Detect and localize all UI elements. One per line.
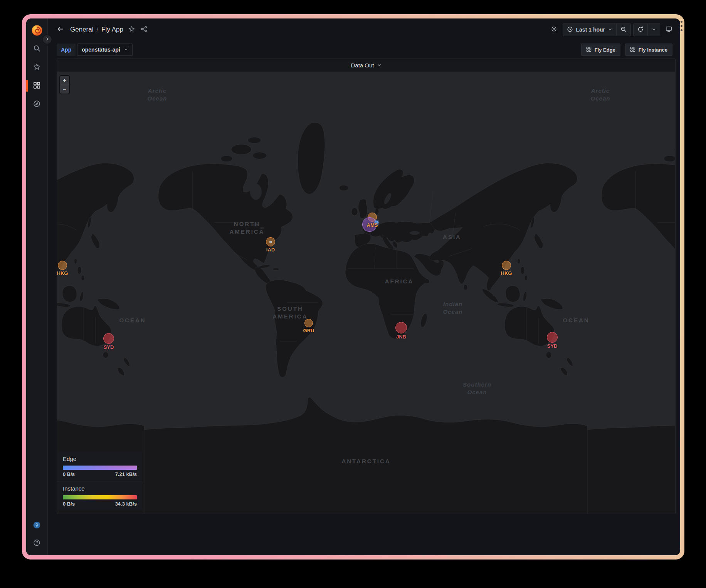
- chevron-down-icon: [377, 62, 382, 69]
- monitor-icon: [666, 26, 672, 34]
- arrow-left-icon: [57, 26, 64, 34]
- chevron-right-icon: [45, 37, 50, 42]
- breadcrumb: General / Fly App: [70, 26, 123, 34]
- refresh-group: [633, 23, 660, 36]
- gear-icon: [551, 26, 557, 34]
- panel-title: Data Out: [351, 62, 374, 69]
- share-icon: [141, 26, 147, 34]
- star-icon: [128, 26, 135, 34]
- link-fly-edge[interactable]: Fly Edge: [581, 44, 620, 56]
- user-avatar[interactable]: [30, 519, 44, 532]
- breadcrumb-page: Fly App: [101, 26, 123, 34]
- link-fly-instance[interactable]: Fly Instance: [625, 44, 672, 56]
- instance-marker-syd[interactable]: [547, 332, 558, 343]
- sidebar-item-starred[interactable]: [30, 61, 44, 74]
- help-icon: [33, 539, 40, 548]
- back-button[interactable]: [54, 23, 66, 36]
- variable-value-dropdown[interactable]: openstatus-api: [77, 44, 133, 56]
- frame-dot: [681, 29, 682, 31]
- time-zoom-out-button[interactable]: [616, 24, 630, 36]
- instance-marker-syd[interactable]: [103, 333, 114, 344]
- edge-marker-hkg[interactable]: [58, 261, 67, 270]
- time-range-label: Last 1 hour: [576, 27, 605, 33]
- star-dashboard-button[interactable]: [126, 23, 138, 36]
- dashboard-settings-button[interactable]: [548, 23, 560, 36]
- kiosk-mode-button[interactable]: [662, 23, 675, 36]
- compass-icon: [33, 100, 40, 109]
- sidebar-item-search[interactable]: [30, 42, 44, 55]
- star-icon: [33, 63, 40, 72]
- dashboard-links: Fly Edge Fly Instance: [581, 44, 672, 56]
- legend-max: 34.3 kB/s: [115, 501, 137, 507]
- apps-grid-icon: [630, 47, 635, 53]
- variable-label[interactable]: App: [57, 44, 76, 56]
- frame-dot: [681, 25, 682, 27]
- legend-title: Edge: [63, 456, 137, 462]
- sidebar-item-help[interactable]: [30, 537, 44, 550]
- sidebar-expand-button[interactable]: [42, 35, 52, 44]
- frame-dot: [681, 21, 682, 23]
- link-label: Fly Edge: [595, 47, 615, 53]
- variable-value: openstatus-api: [82, 47, 120, 53]
- sidebar: [26, 18, 48, 555]
- instance-marker[interactable]: [362, 217, 377, 232]
- breadcrumb-separator: /: [96, 26, 98, 34]
- edge-marker-hkg[interactable]: [502, 261, 511, 270]
- map-zoom-controls: + −: [59, 75, 70, 94]
- instance-dot: [269, 241, 272, 243]
- legend-gradient-bar: [63, 466, 137, 470]
- share-dashboard-button[interactable]: [138, 23, 150, 36]
- window-frame: General / Fly App: [22, 14, 684, 560]
- legend-gradient-bar: [63, 495, 137, 499]
- legend-divider: [57, 481, 142, 481]
- world-map-svg: [57, 72, 675, 514]
- world-map[interactable]: Arctic OceanArctic OceanNORTH AMERICAASI…: [57, 72, 675, 514]
- chevron-down-icon: [652, 27, 656, 33]
- dashboards-grid-icon: [33, 82, 40, 90]
- map-legend: Edge 0 B/s 7.21 kB/s Instance: [57, 452, 142, 510]
- breadcrumb-section[interactable]: General: [70, 26, 93, 34]
- panel-header[interactable]: Data Out: [57, 59, 675, 72]
- instance-marker-jnb[interactable]: [395, 322, 407, 333]
- time-range-group: Last 1 hour: [563, 23, 631, 36]
- chevron-down-icon: [608, 27, 612, 33]
- search-icon: [33, 45, 40, 53]
- link-label: Fly Instance: [639, 47, 667, 53]
- zoom-out-icon: [620, 26, 627, 34]
- map-zoom-out-button[interactable]: −: [60, 85, 69, 94]
- clock-icon: [567, 26, 573, 34]
- topbar-actions: Last 1 hour: [548, 23, 675, 36]
- legend-min: 0 B/s: [63, 471, 75, 477]
- instance-marker[interactable]: [375, 221, 378, 224]
- legend-title: Instance: [63, 485, 137, 492]
- top-navigation: General / Fly App: [48, 18, 680, 41]
- sidebar-item-explore[interactable]: [30, 98, 44, 111]
- edge-marker-iad[interactable]: [266, 237, 275, 246]
- refresh-interval-dropdown[interactable]: [647, 24, 660, 36]
- apps-grid-icon: [586, 47, 592, 53]
- legend-section-edge: Edge 0 B/s 7.21 kB/s: [63, 456, 137, 477]
- edge-marker-gru[interactable]: [304, 319, 313, 327]
- chevron-down-icon: [124, 47, 128, 53]
- refresh-icon: [637, 26, 644, 34]
- main-area: General / Fly App: [48, 18, 680, 555]
- geomap-panel: Data Out: [57, 59, 676, 514]
- sidebar-item-dashboards[interactable]: [30, 79, 44, 92]
- legend-max: 7.21 kB/s: [115, 471, 137, 477]
- grafana-logo[interactable]: [31, 24, 43, 37]
- legend-section-instance: Instance 0 B/s 34.3 kB/s: [63, 485, 137, 507]
- dashboard-controls-row: App openstatus-api Fly Edge: [48, 41, 680, 59]
- avatar-icon: [33, 521, 40, 530]
- legend-min: 0 B/s: [63, 501, 75, 507]
- time-range-picker[interactable]: Last 1 hour: [563, 24, 616, 36]
- map-zoom-in-button[interactable]: +: [60, 76, 69, 85]
- refresh-button[interactable]: [634, 24, 647, 36]
- grafana-app: General / Fly App: [26, 18, 680, 555]
